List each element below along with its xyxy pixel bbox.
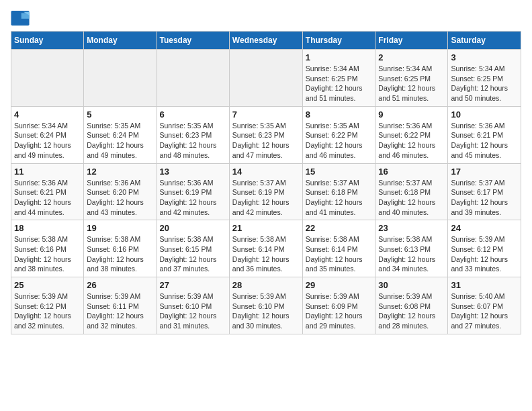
day-cell: 13Sunrise: 5:36 AM Sunset: 6:19 PM Dayli… [157,163,229,220]
day-number: 12 [87,167,153,177]
day-cell: 2Sunrise: 5:34 AM Sunset: 6:25 PM Daylig… [375,50,448,107]
day-info: Sunrise: 5:39 AM Sunset: 6:11 PM Dayligh… [87,291,153,331]
week-row-4: 18Sunrise: 5:38 AM Sunset: 6:16 PM Dayli… [11,220,521,277]
day-cell: 19Sunrise: 5:38 AM Sunset: 6:16 PM Dayli… [84,220,157,277]
day-cell: 14Sunrise: 5:37 AM Sunset: 6:19 PM Dayli… [229,163,302,220]
day-number: 8 [306,109,373,120]
day-info: Sunrise: 5:36 AM Sunset: 6:21 PM Dayligh… [14,178,81,218]
day-cell: 26Sunrise: 5:39 AM Sunset: 6:11 PM Dayli… [84,277,157,334]
day-number: 4 [14,109,81,120]
day-number: 23 [378,223,445,233]
col-header-saturday: Saturday [448,32,521,50]
day-number: 16 [378,167,445,177]
day-number: 17 [451,167,518,177]
day-info: Sunrise: 5:37 AM Sunset: 6:19 PM Dayligh… [232,178,300,218]
day-number: 29 [306,280,373,290]
day-cell [157,50,229,107]
day-cell: 31Sunrise: 5:40 AM Sunset: 6:07 PM Dayli… [448,277,521,334]
day-info: Sunrise: 5:36 AM Sunset: 6:20 PM Dayligh… [87,178,153,218]
day-cell [84,50,157,107]
day-info: Sunrise: 5:37 AM Sunset: 6:18 PM Dayligh… [378,178,445,218]
day-info: Sunrise: 5:40 AM Sunset: 6:07 PM Dayligh… [451,291,518,331]
day-info: Sunrise: 5:36 AM Sunset: 6:21 PM Dayligh… [451,121,518,161]
day-info: Sunrise: 5:38 AM Sunset: 6:14 PM Dayligh… [232,234,300,274]
day-number: 7 [232,109,300,120]
day-info: Sunrise: 5:37 AM Sunset: 6:17 PM Dayligh… [451,178,518,218]
day-info: Sunrise: 5:39 AM Sunset: 6:10 PM Dayligh… [232,291,300,331]
day-info: Sunrise: 5:39 AM Sunset: 6:12 PM Dayligh… [451,234,518,274]
day-info: Sunrise: 5:39 AM Sunset: 6:12 PM Dayligh… [14,291,81,331]
logo-icon [11,11,30,26]
day-cell: 16Sunrise: 5:37 AM Sunset: 6:18 PM Dayli… [375,163,448,220]
week-row-2: 4Sunrise: 5:34 AM Sunset: 6:24 PM Daylig… [11,106,521,163]
day-info: Sunrise: 5:35 AM Sunset: 6:23 PM Dayligh… [232,121,300,161]
day-cell [11,50,84,107]
day-number: 15 [306,167,373,177]
day-cell: 18Sunrise: 5:38 AM Sunset: 6:16 PM Dayli… [11,220,84,277]
header [11,11,521,26]
day-number: 19 [87,223,153,233]
day-number: 14 [232,167,300,177]
day-info: Sunrise: 5:36 AM Sunset: 6:22 PM Dayligh… [378,121,445,161]
day-number: 1 [306,52,373,62]
day-info: Sunrise: 5:37 AM Sunset: 6:18 PM Dayligh… [306,178,373,218]
day-cell: 17Sunrise: 5:37 AM Sunset: 6:17 PM Dayli… [448,163,521,220]
day-cell: 30Sunrise: 5:39 AM Sunset: 6:08 PM Dayli… [375,277,448,334]
day-number: 27 [160,280,226,290]
day-cell: 21Sunrise: 5:38 AM Sunset: 6:14 PM Dayli… [229,220,302,277]
day-cell: 7Sunrise: 5:35 AM Sunset: 6:23 PM Daylig… [229,106,302,163]
day-cell: 24Sunrise: 5:39 AM Sunset: 6:12 PM Dayli… [448,220,521,277]
col-header-friday: Friday [375,32,448,50]
day-number: 25 [14,280,81,290]
day-cell: 23Sunrise: 5:38 AM Sunset: 6:13 PM Dayli… [375,220,448,277]
day-info: Sunrise: 5:34 AM Sunset: 6:25 PM Dayligh… [378,64,445,103]
day-cell: 4Sunrise: 5:34 AM Sunset: 6:24 PM Daylig… [11,106,84,163]
logo [11,11,32,26]
calendar-table: SundayMondayTuesdayWednesdayThursdayFrid… [11,31,521,334]
day-cell: 12Sunrise: 5:36 AM Sunset: 6:20 PM Dayli… [84,163,157,220]
day-info: Sunrise: 5:38 AM Sunset: 6:16 PM Dayligh… [14,234,81,274]
day-number: 3 [451,52,518,62]
day-number: 11 [14,167,81,177]
day-info: Sunrise: 5:38 AM Sunset: 6:16 PM Dayligh… [87,234,153,274]
col-header-monday: Monday [84,32,157,50]
col-header-sunday: Sunday [11,32,84,50]
day-info: Sunrise: 5:35 AM Sunset: 6:22 PM Dayligh… [306,121,373,161]
day-cell: 28Sunrise: 5:39 AM Sunset: 6:10 PM Dayli… [229,277,302,334]
day-number: 13 [160,167,226,177]
day-cell: 9Sunrise: 5:36 AM Sunset: 6:22 PM Daylig… [375,106,448,163]
col-header-tuesday: Tuesday [157,32,229,50]
day-number: 24 [451,223,518,233]
day-cell: 29Sunrise: 5:39 AM Sunset: 6:09 PM Dayli… [302,277,375,334]
day-cell: 22Sunrise: 5:38 AM Sunset: 6:14 PM Dayli… [302,220,375,277]
day-info: Sunrise: 5:38 AM Sunset: 6:15 PM Dayligh… [160,234,226,274]
day-info: Sunrise: 5:39 AM Sunset: 6:09 PM Dayligh… [306,291,373,331]
day-cell: 11Sunrise: 5:36 AM Sunset: 6:21 PM Dayli… [11,163,84,220]
week-row-1: 1Sunrise: 5:34 AM Sunset: 6:25 PM Daylig… [11,50,521,107]
day-number: 18 [14,223,81,233]
week-row-5: 25Sunrise: 5:39 AM Sunset: 6:12 PM Dayli… [11,277,521,334]
day-info: Sunrise: 5:36 AM Sunset: 6:19 PM Dayligh… [160,178,226,218]
day-info: Sunrise: 5:35 AM Sunset: 6:24 PM Dayligh… [87,121,153,161]
week-row-3: 11Sunrise: 5:36 AM Sunset: 6:21 PM Dayli… [11,163,521,220]
day-number: 2 [378,52,445,62]
day-number: 10 [451,109,518,120]
day-cell: 5Sunrise: 5:35 AM Sunset: 6:24 PM Daylig… [84,106,157,163]
day-info: Sunrise: 5:34 AM Sunset: 6:25 PM Dayligh… [306,64,373,103]
day-number: 6 [160,109,226,120]
day-number: 20 [160,223,226,233]
day-cell: 1Sunrise: 5:34 AM Sunset: 6:25 PM Daylig… [302,50,375,107]
day-cell: 3Sunrise: 5:34 AM Sunset: 6:25 PM Daylig… [448,50,521,107]
day-number: 31 [451,280,518,290]
col-header-thursday: Thursday [302,32,375,50]
day-cell: 10Sunrise: 5:36 AM Sunset: 6:21 PM Dayli… [448,106,521,163]
day-info: Sunrise: 5:39 AM Sunset: 6:10 PM Dayligh… [160,291,226,331]
day-number: 9 [378,109,445,120]
day-cell: 6Sunrise: 5:35 AM Sunset: 6:23 PM Daylig… [157,106,229,163]
day-cell: 27Sunrise: 5:39 AM Sunset: 6:10 PM Dayli… [157,277,229,334]
day-cell: 25Sunrise: 5:39 AM Sunset: 6:12 PM Dayli… [11,277,84,334]
day-cell: 8Sunrise: 5:35 AM Sunset: 6:22 PM Daylig… [302,106,375,163]
day-number: 26 [87,280,153,290]
day-number: 22 [306,223,373,233]
day-info: Sunrise: 5:39 AM Sunset: 6:08 PM Dayligh… [378,291,445,331]
